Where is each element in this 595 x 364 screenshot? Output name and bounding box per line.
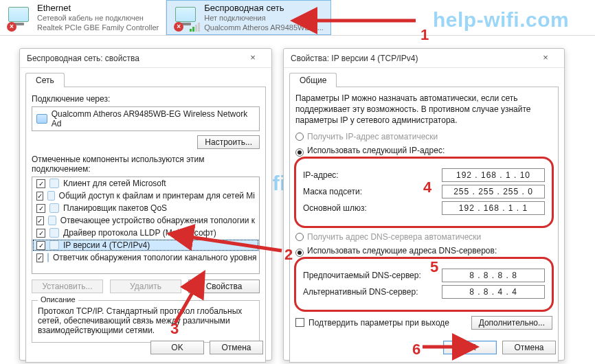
component-checkbox[interactable] [36, 204, 45, 213]
adapter-title: Ethernet [37, 3, 159, 14]
close-icon[interactable]: × [534, 52, 557, 65]
close-icon[interactable]: × [241, 52, 265, 65]
adapter-title: Беспроводная сеть [204, 3, 324, 14]
component-item[interactable]: Отвечающее устройство обнаружения тополо… [32, 214, 259, 227]
component-checkbox[interactable] [36, 241, 45, 250]
components-list[interactable]: Клиент для сетей MicrosoftОбщий доступ к… [32, 177, 260, 274]
remove-button[interactable]: Удалить [110, 280, 181, 293]
mask-input[interactable]: 255 . 255 . 255 . 0 [442, 185, 545, 198]
component-icon [49, 203, 59, 213]
connect-via-label: Подключение через: [32, 94, 260, 104]
component-label: Ответчик обнаружения топологии канальног… [53, 253, 257, 262]
radio-manual-dns[interactable] [295, 249, 304, 257]
component-label: Отвечающее устройство обнаружения тополо… [60, 216, 255, 225]
description-box: Описание Протокол TCP/IP. Стандартный пр… [32, 300, 260, 343]
component-icon [48, 216, 56, 225]
dns2-label: Альтернативный DNS-сервер: [303, 287, 436, 297]
radio-auto-ip[interactable] [295, 133, 304, 141]
radio-manual-ip-label: Использовать следующий IP-адрес: [307, 146, 445, 155]
dns2-input[interactable]: 8 . 8 . 4 . 4 [442, 285, 545, 299]
ipv4-info: Параметры IP можно назначать автоматичес… [295, 93, 552, 126]
nic-icon [36, 114, 47, 124]
description-text: Протокол TCP/IP. Стандартный протокол гл… [38, 306, 254, 335]
component-label: Клиент для сетей Microsoft [63, 179, 166, 188]
component-item[interactable]: Ответчик обнаружения топологии канальног… [32, 251, 259, 264]
component-label: Общий доступ к файлам и принтерам для се… [59, 191, 255, 201]
component-icon [49, 240, 59, 250]
gateway-label: Основной шлюз: [303, 203, 436, 213]
ipv4-properties-dialog: Свойства: IP версии 4 (TCP/IPv4) × Общие… [283, 48, 565, 361]
radio-auto-dns-label: Получить адрес DNS-сервера автоматически [307, 232, 481, 242]
component-label: Драйвер протокола LLDP (Майкрософт) [63, 228, 216, 238]
gateway-input[interactable]: 192 . 168 . 1 . 1 [442, 201, 545, 215]
properties-button[interactable]: Свойства [188, 280, 260, 293]
cancel-button[interactable]: Отмена [502, 341, 556, 354]
component-item[interactable]: IP версии 4 (TCP/IPv4) [32, 239, 259, 251]
adapter-field: Qualcomm Atheros AR9485WB-EG Wireless Ne… [32, 106, 260, 131]
tab-network[interactable]: Сеть [25, 73, 65, 87]
dialog-title: Беспроводная сеть: свойства [27, 49, 139, 68]
component-label: IP версии 4 (TCP/IPv4) [63, 240, 150, 250]
annotation-6: 6 [412, 342, 420, 357]
component-icon [47, 253, 49, 262]
component-label: Планировщик пакетов QoS [63, 203, 167, 213]
component-item[interactable]: Общий доступ к файлам и принтерам для се… [32, 190, 259, 202]
components-label: Отмеченные компоненты используются этим … [32, 155, 260, 174]
adapter-driver: Qualcomm Atheros AR9485WB-E... [204, 23, 324, 33]
configure-button[interactable]: Настроить... [197, 135, 260, 149]
advanced-button[interactable]: Дополнительно... [471, 316, 552, 330]
radio-manual-ip[interactable] [295, 148, 304, 157]
wifi-icon: × [174, 5, 199, 30]
component-checkbox[interactable] [36, 179, 45, 188]
tab-general[interactable]: Общие [289, 73, 337, 87]
annotation-4: 4 [423, 180, 431, 195]
ethernet-icon: × [7, 5, 32, 30]
annotation-3: 3 [170, 321, 179, 337]
component-item[interactable]: Клиент для сетей Microsoft [32, 177, 259, 190]
cancel-button[interactable]: Отмена [210, 341, 263, 354]
mask-label: Маска подсети: [303, 187, 436, 196]
component-icon [49, 228, 59, 238]
radio-auto-dns[interactable] [295, 233, 304, 241]
dns1-label: Предпочитаемый DNS-сервер: [303, 271, 436, 280]
dns1-input[interactable]: 8 . 8 . 8 . 8 [442, 269, 545, 282]
description-title: Описание [38, 295, 78, 304]
adapter-driver: Realtek PCIe GBE Family Controller [37, 23, 159, 33]
annotation-5: 5 [430, 260, 438, 275]
ip-label: IP-адрес: [303, 170, 436, 180]
annotation-1: 1 [420, 27, 429, 43]
adapter-wifi[interactable]: × Беспроводная сеть Нет подключения Qual… [166, 0, 331, 35]
validate-checkbox[interactable] [295, 318, 304, 327]
annotation-2: 2 [284, 247, 293, 262]
dns-fields-group: Предпочитаемый DNS-сервер: 8 . 8 . 8 . 8… [295, 258, 552, 310]
component-item[interactable]: Драйвер протокола LLDP (Майкрософт) [32, 227, 259, 239]
adapter-status: Сетевой кабель не подключен [37, 14, 159, 23]
validate-label: Подтвердить параметры при выходе [308, 318, 449, 328]
connection-properties-dialog: Беспроводная сеть: свойства × Сеть Подкл… [19, 48, 272, 361]
component-checkbox[interactable] [36, 229, 45, 238]
component-icon [47, 191, 55, 201]
adapter-name: Qualcomm Atheros AR9485WB-EG Wireless Ne… [52, 109, 255, 128]
adapter-status: Нет подключения [204, 14, 324, 23]
ip-input[interactable]: 192 . 168 . 1 . 10 [442, 168, 545, 182]
ok-button[interactable]: OK [443, 341, 497, 354]
radio-auto-ip-label: Получить IP-адрес автоматически [307, 132, 438, 141]
component-icon [49, 179, 59, 188]
component-checkbox[interactable] [36, 216, 44, 225]
ok-button[interactable]: OK [150, 341, 204, 354]
component-checkbox[interactable] [36, 192, 43, 201]
radio-manual-dns-label: Использовать следующие адреса DNS-сервер… [307, 246, 497, 255]
adapter-ethernet[interactable]: × Ethernet Сетевой кабель не подключен R… [0, 0, 166, 35]
component-checkbox[interactable] [36, 253, 43, 262]
network-adapters-bar: × Ethernet Сетевой кабель не подключен R… [0, 0, 595, 36]
dialog-title: Свойства: IP версии 4 (TCP/IPv4) [291, 49, 418, 68]
install-button[interactable]: Установить... [32, 280, 103, 293]
component-item[interactable]: Планировщик пакетов QoS [32, 202, 259, 214]
